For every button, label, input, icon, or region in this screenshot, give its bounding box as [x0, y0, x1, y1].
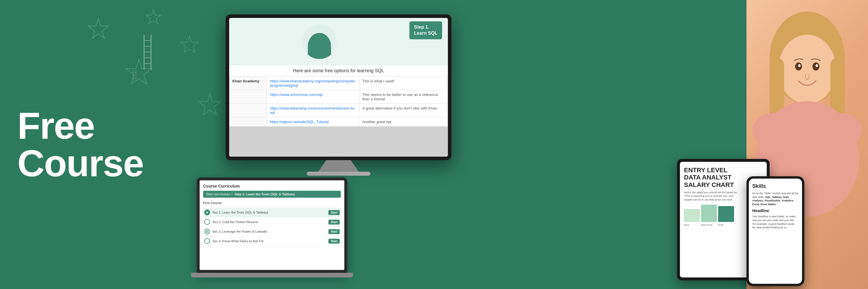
monitor-base — [307, 172, 370, 176]
course-row-text-3: Sec 3: Leverage the Power of LinkedIn — [212, 230, 326, 233]
course-icon-2 — [204, 219, 210, 225]
table-row: https://www.w3schools.com/sql/ This seem… — [229, 90, 448, 104]
phone-screen: Skills Go to the "Skills" section and ad… — [749, 179, 802, 284]
salary-bar-3 — [718, 206, 734, 222]
table-row: Khan Academy https://www.khanacademy.org… — [229, 77, 448, 90]
table-row: https://www.datacamp.com/courses/introdu… — [229, 104, 448, 117]
url-cell: https://www.khanacademy.org/computing/co… — [267, 77, 359, 90]
salary-title-line2: DATA ANALYST — [684, 174, 732, 181]
start-button-2[interactable]: Start — [329, 220, 340, 224]
url-cell: https://www.datacamp.com/courses/introdu… — [267, 104, 359, 117]
course-icon-3 — [204, 228, 210, 234]
salary-label-3: $70K — [718, 224, 734, 226]
phone-skills-title: Skills — [752, 183, 799, 189]
source-cell — [229, 90, 267, 104]
center-section: Step 1. Learn SQL Here are some free opt… — [197, 0, 746, 289]
step-box: Step 1. Learn SQL — [409, 22, 442, 39]
phone-headline-text: Your headline is searchable, so make sur… — [752, 215, 799, 229]
laptop-content: Course Curriculum Start next lecture > S… — [199, 180, 344, 270]
course-row-text-2: Sec 2: Craft the Perfect Resume — [212, 220, 326, 224]
note-cell: This is what I used! — [359, 77, 448, 90]
phone-skills-text: Go to the "Skills" section and add all t… — [752, 192, 799, 206]
table-row: https://sqlzoo.net/wiki/SQL_Tutorial Ano… — [229, 117, 448, 127]
next-lecture-bar: Start next lecture > Step 1: Learn the T… — [203, 191, 341, 198]
sql-options-table: Khan Academy https://www.khanacademy.org… — [229, 76, 448, 127]
phone: Skills Go to the "Skills" section and ad… — [746, 176, 804, 286]
salary-label-1: $60K — [684, 224, 700, 226]
laptop-base — [191, 273, 353, 278]
screen-subtitle: Here are some free options for learning … — [229, 65, 448, 76]
source-cell: Khan Academy — [229, 77, 267, 90]
screen-header: Step 1. Learn SQL — [229, 18, 448, 65]
course-icon-4 — [204, 238, 210, 244]
salary-bar-1 — [684, 209, 700, 222]
monitor-screen: Step 1. Learn SQL Here are some free opt… — [229, 18, 448, 157]
main-title: Free Course — [18, 107, 179, 182]
course-row-text-1: Sec 1: Learn the Tools (SQL & Tableau) — [212, 211, 326, 214]
next-lecture-label: Start next lecture > — [206, 192, 233, 196]
title-line1: Free — [18, 107, 179, 145]
note-cell: Another great opt — [359, 117, 448, 127]
laptop-title: Course Curriculum — [203, 184, 341, 188]
main-container: Free Course Step 1. Learn SQL — [0, 0, 868, 289]
monitor-stand — [318, 160, 359, 172]
salary-bar-2 — [701, 205, 717, 222]
svg-point-30 — [816, 64, 818, 67]
salary-label-2: $60K-$70K — [701, 224, 717, 226]
next-lecture-name: Step 1: Learn the Tools (SQL & Tableau) — [235, 192, 295, 196]
url-cell: https://sqlzoo.net/wiki/SQL_Tutorial — [267, 117, 359, 127]
course-row-text-4: Sec 4: Know What Salary to Ask For — [212, 239, 326, 243]
monitor-frame: Step 1. Learn SQL Here are some free opt… — [226, 14, 452, 160]
laptop-frame: Course Curriculum Start next lecture > S… — [197, 177, 347, 273]
course-row-1: Sec 1: Learn the Tools (SQL & Tableau) S… — [203, 208, 341, 217]
start-button-1[interactable]: Start — [329, 210, 340, 215]
course-row-3: Sec 3: Leverage the Power of LinkedIn St… — [203, 227, 341, 237]
laptop-screen: Course Curriculum Start next lecture > S… — [199, 180, 344, 270]
salary-title-line1: ENTRY LEVEL — [684, 167, 727, 174]
laptop: Course Curriculum Start next lecture > S… — [197, 177, 353, 278]
salary-title-line3: SALARY CHART — [684, 181, 734, 188]
left-section: Free Course — [0, 84, 197, 205]
free-course-label: Free Course — [203, 200, 341, 206]
svg-point-20 — [778, 35, 836, 104]
course-row-2: Sec 2: Craft the Perfect Resume Start — [203, 217, 341, 227]
note-cell: A great alternative if you don't vibe wi… — [359, 104, 448, 117]
course-row-4: Sec 4: Know What Salary to Ask For Start — [203, 237, 341, 246]
course-icon-1 — [204, 210, 210, 215]
start-button-4[interactable]: Start — [329, 239, 340, 244]
screen-content: Step 1. Learn SQL Here are some free opt… — [229, 18, 448, 157]
phone-headline-title: Headline — [752, 208, 799, 213]
title-line2: Course — [18, 145, 179, 182]
source-cell — [229, 104, 267, 117]
phone-frame: Skills Go to the "Skills" section and ad… — [746, 176, 804, 286]
monitor: Step 1. Learn SQL Here are some free opt… — [226, 14, 452, 176]
svg-point-26 — [816, 113, 862, 147]
phone-content: Skills Go to the "Skills" section and ad… — [749, 179, 802, 237]
start-button-3[interactable]: Start — [329, 229, 340, 234]
svg-point-29 — [798, 64, 801, 67]
url-cell: https://www.w3schools.com/sql/ — [267, 90, 359, 104]
svg-point-25 — [752, 113, 799, 147]
svg-marker-18 — [207, 211, 208, 214]
source-cell — [229, 117, 267, 127]
note-cell: This seems to be better to use as a refe… — [359, 90, 448, 104]
